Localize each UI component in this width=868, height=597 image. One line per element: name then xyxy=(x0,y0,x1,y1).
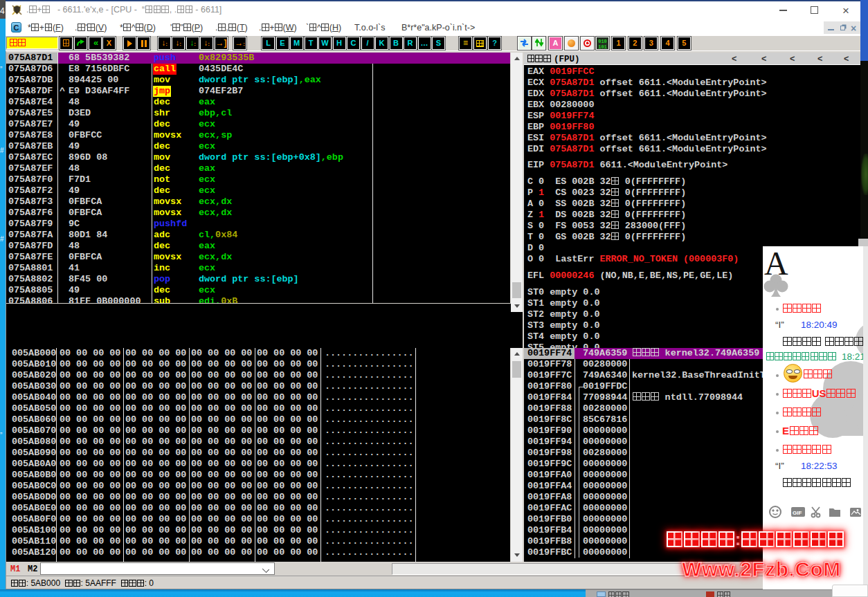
svg-text:GIF: GIF xyxy=(793,510,802,516)
